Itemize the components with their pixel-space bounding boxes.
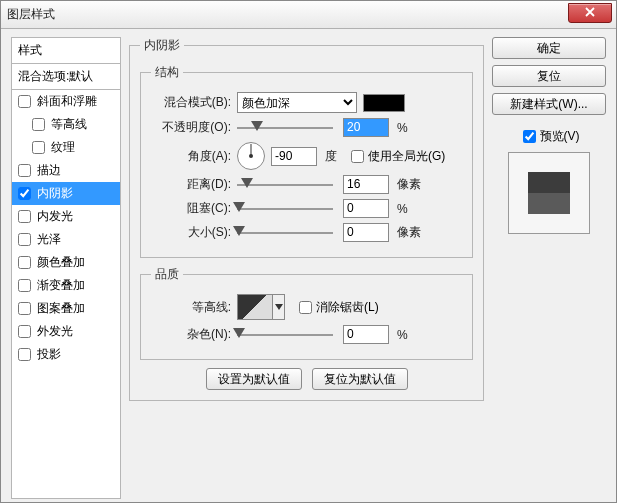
style-item-checkbox[interactable] — [18, 187, 31, 200]
distance-input[interactable]: 16 — [343, 175, 389, 194]
choke-label: 阻塞(C): — [151, 200, 237, 217]
style-item-checkbox[interactable] — [18, 302, 31, 315]
close-button[interactable] — [568, 3, 612, 23]
quality-group: 品质 等高线: 消除锯齿(L) — [140, 266, 473, 360]
contour-dropdown[interactable] — [273, 294, 285, 320]
noise-label: 杂色(N): — [151, 326, 237, 343]
set-default-button[interactable]: 设置为默认值 — [206, 368, 302, 390]
reset-button[interactable]: 复位 — [492, 65, 606, 87]
style-item[interactable]: 等高线 — [12, 113, 120, 136]
noise-slider[interactable] — [237, 326, 333, 344]
preview-checkbox[interactable]: 预览(V) — [492, 127, 606, 146]
window-title: 图层样式 — [7, 6, 55, 23]
style-item-label: 渐变叠加 — [37, 277, 85, 294]
close-icon — [584, 6, 596, 18]
style-item-label: 斜面和浮雕 — [37, 93, 97, 110]
style-item-label: 投影 — [37, 346, 61, 363]
distance-slider[interactable] — [237, 176, 333, 194]
style-item[interactable]: 光泽 — [12, 228, 120, 251]
choke-unit: % — [397, 202, 408, 216]
distance-unit: 像素 — [397, 176, 421, 193]
styles-panel: 样式 混合选项:默认 斜面和浮雕等高线纹理描边内阴影内发光光泽颜色叠加渐变叠加图… — [11, 37, 121, 492]
opacity-label: 不透明度(O): — [151, 119, 237, 136]
main-panel: 内阴影 结构 混合模式(B): 颜色加深 不透明度(O): — [129, 37, 484, 492]
style-item-label: 颜色叠加 — [37, 254, 85, 271]
contour-label: 等高线: — [151, 299, 237, 316]
style-item-label: 描边 — [37, 162, 61, 179]
preview-box — [508, 152, 590, 234]
angle-unit: 度 — [325, 148, 337, 165]
inner-shadow-group: 内阴影 结构 混合模式(B): 颜色加深 不透明度(O): — [129, 37, 484, 401]
noise-unit: % — [397, 328, 408, 342]
size-label: 大小(S): — [151, 224, 237, 241]
angle-label: 角度(A): — [151, 148, 237, 165]
structure-group: 结构 混合模式(B): 颜色加深 不透明度(O): — [140, 64, 473, 258]
chevron-down-icon — [275, 304, 283, 310]
style-item-checkbox[interactable] — [18, 348, 31, 361]
style-item[interactable]: 内阴影 — [12, 182, 120, 205]
color-swatch[interactable] — [363, 94, 405, 112]
opacity-slider[interactable] — [237, 119, 333, 137]
style-item-label: 等高线 — [51, 116, 87, 133]
structure-legend: 结构 — [151, 64, 183, 81]
opacity-input[interactable]: 20 — [343, 118, 389, 137]
style-item[interactable]: 外发光 — [12, 320, 120, 343]
styles-header[interactable]: 样式 — [11, 37, 121, 64]
style-item-label: 光泽 — [37, 231, 61, 248]
global-light-checkbox[interactable]: 使用全局光(G) — [347, 147, 445, 166]
style-item-checkbox[interactable] — [18, 256, 31, 269]
style-item-checkbox[interactable] — [32, 118, 45, 131]
style-item-checkbox[interactable] — [18, 210, 31, 223]
style-item-checkbox[interactable] — [18, 164, 31, 177]
style-item[interactable]: 描边 — [12, 159, 120, 182]
style-item-label: 内阴影 — [37, 185, 73, 202]
style-item-checkbox[interactable] — [18, 279, 31, 292]
size-input[interactable]: 0 — [343, 223, 389, 242]
style-item-label: 内发光 — [37, 208, 73, 225]
size-slider[interactable] — [237, 224, 333, 242]
angle-input[interactable]: -90 — [271, 147, 317, 166]
style-item[interactable]: 纹理 — [12, 136, 120, 159]
ok-button[interactable]: 确定 — [492, 37, 606, 59]
style-item-checkbox[interactable] — [18, 233, 31, 246]
quality-legend: 品质 — [151, 266, 183, 283]
style-item-checkbox[interactable] — [32, 141, 45, 154]
style-item-label: 图案叠加 — [37, 300, 85, 317]
style-item-checkbox[interactable] — [18, 325, 31, 338]
choke-slider[interactable] — [237, 200, 333, 218]
blending-options-header[interactable]: 混合选项:默认 — [11, 64, 121, 90]
noise-input[interactable]: 0 — [343, 325, 389, 344]
contour-picker[interactable] — [237, 294, 273, 320]
new-style-button[interactable]: 新建样式(W)... — [492, 93, 606, 115]
style-item[interactable]: 斜面和浮雕 — [12, 90, 120, 113]
style-item[interactable]: 内发光 — [12, 205, 120, 228]
antialias-checkbox[interactable]: 消除锯齿(L) — [295, 298, 379, 317]
group-legend: 内阴影 — [140, 37, 184, 54]
style-item-label: 纹理 — [51, 139, 75, 156]
styles-list: 斜面和浮雕等高线纹理描边内阴影内发光光泽颜色叠加渐变叠加图案叠加外发光投影 — [11, 90, 121, 499]
right-panel: 确定 复位 新建样式(W)... 预览(V) — [492, 37, 606, 234]
style-item[interactable]: 颜色叠加 — [12, 251, 120, 274]
title-bar: 图层样式 — [1, 1, 616, 29]
blend-mode-label: 混合模式(B): — [151, 94, 237, 111]
layer-style-dialog: 图层样式 样式 混合选项:默认 斜面和浮雕等高线纹理描边内阴影内发光光泽颜色叠加… — [0, 0, 617, 503]
size-unit: 像素 — [397, 224, 421, 241]
choke-input[interactable]: 0 — [343, 199, 389, 218]
style-item[interactable]: 渐变叠加 — [12, 274, 120, 297]
angle-dial[interactable] — [237, 142, 265, 170]
style-item-checkbox[interactable] — [18, 95, 31, 108]
style-item-label: 外发光 — [37, 323, 73, 340]
distance-label: 距离(D): — [151, 176, 237, 193]
blend-mode-select[interactable]: 颜色加深 — [237, 92, 357, 113]
reset-default-button[interactable]: 复位为默认值 — [312, 368, 408, 390]
preview-thumbnail — [528, 172, 570, 214]
opacity-unit: % — [397, 121, 408, 135]
style-item[interactable]: 图案叠加 — [12, 297, 120, 320]
style-item[interactable]: 投影 — [12, 343, 120, 366]
